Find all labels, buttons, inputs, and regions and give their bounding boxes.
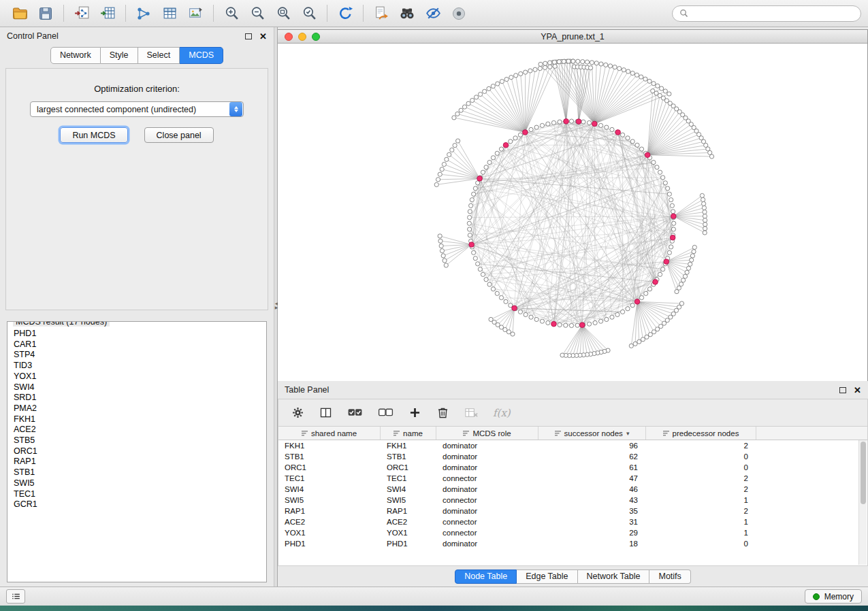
dominator-node[interactable] (564, 119, 569, 125)
network-node[interactable] (637, 340, 641, 344)
open-session-button[interactable] (7, 3, 33, 24)
network-node[interactable] (701, 197, 705, 201)
network-node[interactable] (548, 65, 552, 69)
network-node[interactable] (587, 120, 591, 125)
network-node[interactable] (534, 125, 539, 129)
node-table-row[interactable]: SWI4SWI4dominator462 (278, 484, 867, 495)
show-columns-button[interactable] (319, 406, 333, 420)
network-node[interactable] (643, 77, 647, 81)
network-node[interactable] (548, 61, 552, 65)
network-node[interactable] (445, 157, 449, 161)
mcds-result-item[interactable]: YOX1 (14, 371, 266, 382)
network-node[interactable] (667, 192, 671, 196)
maximize-window-icon[interactable] (312, 33, 320, 41)
network-node[interactable] (476, 262, 480, 266)
network-node[interactable] (533, 67, 537, 71)
node-table-row[interactable]: TEC1TEC1connector472 (278, 473, 867, 484)
network-node[interactable] (702, 205, 706, 210)
network-node[interactable] (546, 320, 550, 325)
network-node[interactable] (436, 178, 440, 182)
network-node[interactable] (551, 120, 556, 125)
network-node[interactable] (500, 80, 504, 84)
dominator-node[interactable] (512, 306, 517, 311)
network-node[interactable] (543, 61, 547, 65)
column-header-predecessor-nodes[interactable]: predecessor nodes (646, 427, 756, 440)
network-node[interactable] (585, 60, 589, 64)
network-node[interactable] (553, 64, 557, 68)
network-node[interactable] (639, 295, 643, 299)
network-node[interactable] (562, 59, 566, 63)
network-canvas[interactable] (278, 44, 867, 381)
network-node[interactable] (692, 250, 696, 254)
close-table-panel-icon[interactable]: ✕ (854, 386, 861, 395)
zoom-fit-button[interactable] (270, 3, 296, 24)
network-node[interactable] (626, 136, 630, 140)
network-node[interactable] (660, 86, 664, 90)
tab-node-table[interactable]: Node Table (455, 569, 517, 584)
network-node[interactable] (590, 61, 594, 65)
network-node[interactable] (434, 182, 438, 186)
network-node[interactable] (546, 122, 550, 126)
network-node[interactable] (456, 139, 460, 143)
network-node[interactable] (552, 60, 556, 64)
table-settings-button[interactable] (291, 406, 305, 420)
network-node[interactable] (518, 310, 522, 314)
network-node[interactable] (557, 60, 561, 64)
float-panel-icon[interactable] (245, 33, 252, 39)
network-node[interactable] (538, 67, 542, 71)
network-node[interactable] (481, 272, 485, 276)
network-node[interactable] (487, 160, 492, 164)
mcds-result-item[interactable]: PMA2 (14, 403, 266, 414)
network-node[interactable] (670, 203, 674, 208)
network-node[interactable] (524, 312, 528, 316)
network-node[interactable] (645, 335, 649, 339)
dominator-node[interactable] (634, 299, 640, 305)
dominator-node[interactable] (576, 119, 581, 125)
network-node[interactable] (447, 152, 451, 156)
network-node[interactable] (681, 278, 685, 282)
network-node[interactable] (455, 112, 460, 116)
network-node[interactable] (671, 210, 675, 214)
mcds-result-item[interactable]: GCR1 (14, 499, 266, 510)
network-node[interactable] (669, 198, 673, 202)
zoom-out-button[interactable] (244, 3, 270, 24)
network-node[interactable] (639, 75, 643, 79)
import-table-button[interactable] (95, 3, 120, 24)
node-table-row[interactable]: FKH1FKH1dominator962 (278, 440, 867, 451)
network-node[interactable] (571, 59, 575, 63)
network-node[interactable] (605, 317, 609, 321)
import-network-button[interactable] (69, 3, 95, 24)
network-node[interactable] (581, 60, 585, 64)
network-node[interactable] (478, 267, 482, 271)
search-box[interactable] (672, 5, 861, 22)
mcds-result-item[interactable]: CAR1 (14, 340, 266, 350)
network-node[interactable] (484, 278, 488, 282)
network-node[interactable] (610, 315, 614, 319)
tab-edge-table[interactable]: Edge Table (517, 569, 577, 584)
network-node[interactable] (511, 332, 515, 336)
network-node[interactable] (652, 160, 656, 164)
network-node[interactable] (569, 323, 573, 327)
tab-style[interactable]: Style (101, 47, 138, 64)
dominator-node[interactable] (670, 235, 675, 240)
network-node[interactable] (564, 323, 568, 327)
network-node[interactable] (656, 84, 660, 88)
network-node[interactable] (685, 270, 689, 274)
network-node[interactable] (663, 89, 667, 93)
node-table-row[interactable]: ORC1ORC1dominator610 (278, 462, 867, 473)
mcds-result-item[interactable]: STB5 (14, 435, 266, 446)
mcds-result-item[interactable]: TID3 (14, 361, 266, 371)
network-node[interactable] (569, 119, 573, 123)
network-node[interactable] (598, 123, 602, 127)
network-node[interactable] (703, 214, 707, 218)
network-node[interactable] (672, 221, 676, 225)
network-node[interactable] (605, 125, 609, 129)
network-node[interactable] (626, 307, 630, 311)
network-node[interactable] (667, 250, 671, 254)
network-node[interactable] (489, 317, 493, 321)
network-node[interactable] (472, 250, 476, 254)
network-node[interactable] (598, 319, 602, 323)
find-button[interactable] (394, 3, 420, 24)
network-node[interactable] (661, 267, 665, 271)
network-node[interactable] (473, 186, 477, 191)
